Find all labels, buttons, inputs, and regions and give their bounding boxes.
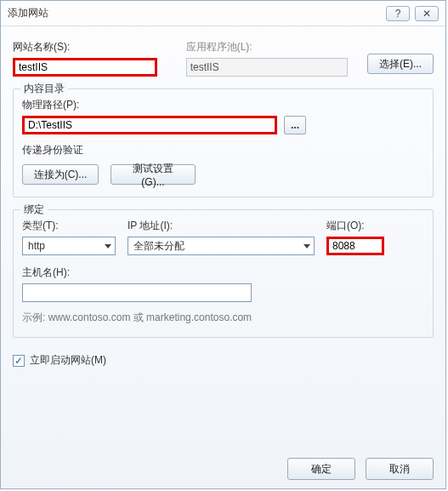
start-immediately-label: 立即启动网站(M) xyxy=(30,353,106,368)
phys-path-label: 物理路径(P): xyxy=(22,98,424,112)
site-name-input[interactable] xyxy=(13,58,157,77)
type-label: 类型(T): xyxy=(22,219,116,233)
apppool-label: 应用程序池(L): xyxy=(186,40,350,54)
start-immediately-row: ✓ 立即启动网站(M) xyxy=(13,353,434,368)
help-button[interactable]: ? xyxy=(386,6,410,21)
close-button[interactable]: ✕ xyxy=(415,6,439,21)
content-group: 内容目录 物理路径(P): ... 传递身份验证 连接为(C)... 测试设置(… xyxy=(13,88,434,197)
site-name-label: 网站名称(S): xyxy=(13,40,169,54)
chevron-down-icon xyxy=(303,244,310,248)
ok-button[interactable]: 确定 xyxy=(287,458,355,480)
dialog-footer: 确定 取消 xyxy=(287,458,434,480)
browse-button[interactable]: ... xyxy=(284,116,306,134)
ip-label: IP 地址(I): xyxy=(128,219,315,233)
auth-label: 传递身份验证 xyxy=(22,143,424,157)
test-settings-button[interactable]: 测试设置(G)... xyxy=(111,164,196,185)
titlebar: 添加网站 ? ✕ xyxy=(1,1,445,26)
type-value: http xyxy=(28,240,45,252)
ip-value: 全部未分配 xyxy=(133,239,184,254)
dialog-body: 网站名称(S): 应用程序池(L): 选择(E)... 内容目录 物理路径(P)… xyxy=(1,26,445,368)
chevron-down-icon xyxy=(105,244,111,248)
port-input[interactable] xyxy=(326,237,384,255)
type-select[interactable]: http xyxy=(22,237,116,255)
cancel-button[interactable]: 取消 xyxy=(366,458,434,480)
ip-select[interactable]: 全部未分配 xyxy=(128,237,315,255)
start-immediately-checkbox[interactable]: ✓ xyxy=(13,355,25,367)
connect-as-button[interactable]: 连接为(C)... xyxy=(22,164,99,185)
port-label: 端口(O): xyxy=(326,219,394,233)
select-apppool-button[interactable]: 选择(E)... xyxy=(367,54,434,74)
host-input[interactable] xyxy=(22,283,252,302)
apppool-display xyxy=(186,58,348,77)
phys-path-input[interactable] xyxy=(22,116,277,134)
host-example: 示例: www.contoso.com 或 marketing.contoso.… xyxy=(22,311,424,325)
check-icon: ✓ xyxy=(14,356,23,366)
binding-group: 绑定 类型(T): http IP 地址(I): 全部未分配 xyxy=(13,209,434,338)
host-label: 主机名(H): xyxy=(22,265,424,280)
window-title: 添加网站 xyxy=(8,6,381,20)
binding-legend: 绑定 xyxy=(20,203,48,217)
dialog-window: 添加网站 ? ✕ 网站名称(S): 应用程序池(L): 选择(E)... 内容目… xyxy=(0,0,446,489)
content-legend: 内容目录 xyxy=(20,82,68,96)
